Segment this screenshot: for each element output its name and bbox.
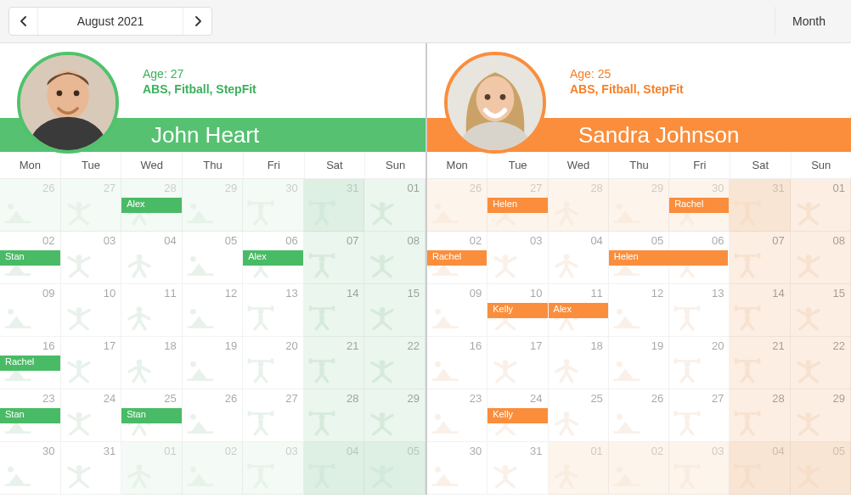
calendar-cell[interactable]: 23 bbox=[427, 389, 487, 442]
calendar-cell[interactable]: 28 bbox=[730, 389, 790, 442]
calendar-cell[interactable]: 03 bbox=[243, 442, 304, 495]
calendar-cell[interactable]: 20 bbox=[669, 337, 730, 389]
calendar-cell[interactable]: 28 bbox=[304, 389, 365, 442]
month-label[interactable]: August 2021 bbox=[38, 14, 183, 28]
calendar-cell[interactable]: 14 bbox=[730, 284, 790, 337]
calendar-cell[interactable]: 18 bbox=[121, 337, 183, 389]
calendar-cell[interactable]: 09 bbox=[427, 284, 487, 337]
calendar-cell[interactable]: 18 bbox=[549, 337, 609, 389]
next-month-button[interactable] bbox=[183, 8, 211, 35]
calendar-cell[interactable]: 19 bbox=[609, 337, 669, 389]
calendar-cell[interactable]: 14 bbox=[304, 284, 365, 337]
calendar-cell[interactable]: 02 bbox=[183, 442, 244, 495]
calendar-cell[interactable]: 01 bbox=[791, 179, 851, 232]
calendar-cell[interactable]: 23Stan bbox=[0, 389, 61, 442]
calendar-cell[interactable]: 12 bbox=[609, 284, 669, 337]
calendar-cell[interactable]: 27Helen bbox=[487, 179, 548, 232]
calendar-cell[interactable]: 04 bbox=[730, 442, 790, 495]
calendar-cell[interactable]: 30 bbox=[0, 442, 61, 495]
appointment[interactable]: Stan bbox=[121, 408, 182, 423]
calendar-cell[interactable]: 27 bbox=[243, 389, 304, 442]
calendar-cell[interactable]: 27 bbox=[669, 389, 730, 442]
calendar-cell[interactable]: 25Stan bbox=[121, 389, 183, 442]
calendar-cell[interactable]: 30 bbox=[243, 179, 304, 232]
calendar-cell[interactable]: 22 bbox=[791, 337, 851, 389]
appointment[interactable]: Kelly bbox=[487, 408, 547, 423]
calendar-cell[interactable]: 03 bbox=[669, 442, 730, 495]
calendar-cell[interactable]: 06Alex bbox=[243, 232, 304, 284]
calendar-cell[interactable]: 08 bbox=[364, 232, 426, 284]
calendar-cell[interactable]: 02 bbox=[609, 442, 669, 495]
appointment[interactable]: Alex bbox=[243, 250, 303, 266]
calendar-cell[interactable]: 26 bbox=[427, 179, 487, 232]
calendar-cell[interactable]: 03 bbox=[487, 232, 548, 284]
calendar-cell[interactable]: 31 bbox=[304, 179, 365, 232]
calendar-cell[interactable]: 16 bbox=[427, 337, 487, 389]
calendar-cell[interactable]: 13 bbox=[243, 284, 304, 337]
appointment[interactable]: Stan bbox=[0, 408, 60, 423]
calendar-cell[interactable]: 28Alex bbox=[121, 179, 183, 232]
calendar-cell[interactable]: 30 bbox=[427, 442, 487, 495]
calendar-cell[interactable]: 15 bbox=[364, 284, 426, 337]
calendar-cell[interactable]: 07 bbox=[730, 232, 790, 284]
calendar-cell[interactable]: 19 bbox=[183, 337, 244, 389]
appointment[interactable]: Alex bbox=[121, 198, 182, 213]
calendar-cell[interactable]: 02Stan bbox=[0, 232, 61, 284]
calendar-cell[interactable]: 16Rachel bbox=[0, 337, 61, 389]
calendar-cell[interactable]: 26 bbox=[183, 389, 244, 442]
calendar-cell[interactable]: 25 bbox=[549, 389, 609, 442]
calendar-cell[interactable]: 27 bbox=[61, 179, 122, 232]
calendar-cell[interactable]: 10 bbox=[61, 284, 122, 337]
calendar-cell[interactable]: 10Kelly bbox=[487, 284, 548, 337]
calendar-cell[interactable]: 31 bbox=[730, 179, 790, 232]
calendar-cell[interactable]: 04 bbox=[304, 442, 365, 495]
calendar-cell[interactable]: 11Alex bbox=[549, 284, 609, 337]
appointment[interactable]: Alex bbox=[549, 303, 608, 318]
calendar-cell[interactable]: 05 bbox=[791, 442, 851, 495]
calendar-cell[interactable]: 30Rachel bbox=[669, 179, 730, 232]
calendar-cell[interactable]: 11 bbox=[121, 284, 183, 337]
calendar-cell[interactable]: 21 bbox=[304, 337, 365, 389]
calendar-cell[interactable]: 12 bbox=[183, 284, 244, 337]
calendar-cell[interactable]: 26 bbox=[0, 179, 61, 232]
calendar-cell[interactable]: 15 bbox=[791, 284, 851, 337]
calendar-cell[interactable]: 08 bbox=[791, 232, 851, 284]
calendar-cell[interactable]: 26 bbox=[609, 389, 669, 442]
appointment[interactable]: Rachel bbox=[427, 250, 487, 266]
appointment[interactable]: Rachel bbox=[0, 356, 60, 371]
appointment[interactable]: Kelly bbox=[487, 303, 547, 318]
calendar-cell[interactable]: 21 bbox=[730, 337, 790, 389]
calendar-cell[interactable]: 31 bbox=[61, 442, 122, 495]
calendar-cell[interactable]: 04 bbox=[121, 232, 183, 284]
calendar-cell[interactable]: 17 bbox=[61, 337, 122, 389]
calendar-cell[interactable]: 05 bbox=[364, 442, 426, 495]
prev-month-button[interactable] bbox=[9, 8, 38, 35]
calendar-cell[interactable]: 20 bbox=[243, 337, 304, 389]
calendar-cell[interactable]: 03 bbox=[61, 232, 122, 284]
calendar-cell[interactable]: 28 bbox=[549, 179, 609, 232]
calendar-cell[interactable]: 01 bbox=[121, 442, 183, 495]
calendar-cell[interactable]: 04 bbox=[549, 232, 609, 284]
appointment[interactable]: Helen bbox=[487, 198, 547, 213]
calendar-cell[interactable]: 22 bbox=[364, 337, 426, 389]
calendar-cell[interactable]: 02Rachel bbox=[427, 232, 487, 284]
calendar-cell[interactable]: 05Helen bbox=[609, 232, 669, 284]
calendar-cell[interactable]: 13 bbox=[669, 284, 730, 337]
calendar-cell[interactable]: 29 bbox=[183, 179, 244, 232]
calendar-cell[interactable]: 01 bbox=[549, 442, 609, 495]
view-switcher-month[interactable]: Month bbox=[775, 7, 843, 36]
calendar-cell[interactable]: 05 bbox=[183, 232, 244, 284]
calendar-cell[interactable]: 29 bbox=[791, 389, 851, 442]
calendar-cell[interactable]: 24Kelly bbox=[487, 389, 548, 442]
appointment[interactable]: Stan bbox=[0, 250, 60, 266]
calendar-cell[interactable]: 17 bbox=[487, 337, 548, 389]
calendar-cell[interactable]: 29 bbox=[364, 389, 426, 442]
calendar-cell[interactable]: 29 bbox=[609, 179, 669, 232]
calendar-cell[interactable]: 01 bbox=[364, 179, 426, 232]
appointment[interactable]: Helen bbox=[609, 250, 729, 266]
appointment[interactable]: Rachel bbox=[669, 198, 729, 213]
calendar-cell[interactable]: 31 bbox=[487, 442, 548, 495]
calendar-cell[interactable]: 24 bbox=[61, 389, 122, 442]
calendar-cell[interactable]: 09 bbox=[0, 284, 61, 337]
calendar-cell[interactable]: 07 bbox=[304, 232, 365, 284]
